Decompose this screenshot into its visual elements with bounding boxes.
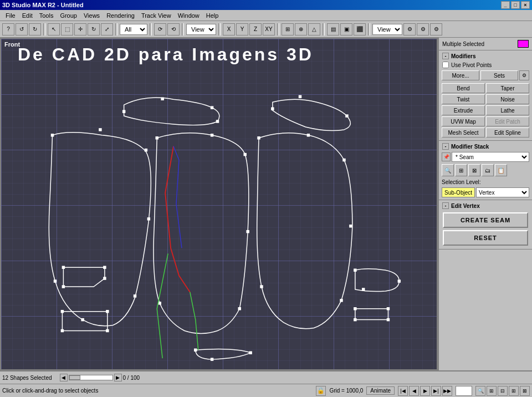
sub-object-button[interactable]: Sub-Object: [442, 187, 475, 197]
bend-button[interactable]: Bend: [442, 83, 485, 93]
toolbar-extra1[interactable]: ⚙: [403, 23, 416, 35]
play-btn[interactable]: ▶: [420, 386, 430, 396]
toolbar-region[interactable]: ⬚: [61, 23, 73, 35]
app-title: 3D Studio MAX R2 - Untitled: [2, 2, 84, 8]
sets-button[interactable]: Sets: [480, 70, 518, 80]
toolbar-open[interactable]: ↺: [16, 23, 28, 35]
coord-view-dropdown[interactable]: View: [372, 24, 402, 35]
animate-button[interactable]: Animate: [366, 386, 395, 395]
sub-tool-2[interactable]: ⊞: [455, 164, 467, 176]
taper-button[interactable]: Taper: [486, 83, 529, 93]
stack-row: 📌 * Seam: [440, 151, 531, 163]
search-btn[interactable]: 🔍: [475, 386, 485, 396]
object-color-swatch[interactable]: [518, 40, 529, 48]
bottom-bar: Click or click-and-drag to select object…: [0, 384, 532, 397]
viewport[interactable]: Front De CAD 2D para Imagens 3D: [0, 38, 438, 370]
stack-collapse-btn[interactable]: -: [442, 143, 449, 150]
menu-tools[interactable]: Tools: [36, 11, 57, 20]
mesh-select-button[interactable]: Mesh Select: [442, 128, 485, 138]
toolbar-render1[interactable]: ▤: [327, 23, 339, 35]
toolbar-snap3[interactable]: △: [308, 23, 320, 35]
create-seam-button[interactable]: CREATE SEAM: [443, 212, 528, 228]
scroll-right-btn[interactable]: ▶: [114, 374, 122, 381]
toolbar-sep1: [43, 23, 45, 35]
toolbar-snap1[interactable]: ⊞: [282, 23, 294, 35]
selection-level-label: Selection Level:: [442, 179, 481, 185]
menu-edit[interactable]: Edit: [19, 11, 36, 20]
menu-file[interactable]: File: [2, 11, 19, 20]
menu-track-view[interactable]: Track View: [138, 11, 175, 20]
toolbar-undo[interactable]: ⟳: [154, 23, 166, 35]
toolbar-move[interactable]: ✛: [74, 23, 86, 35]
goto-start-btn[interactable]: |◀: [398, 386, 408, 396]
modifiers-collapse-btn[interactable]: -: [442, 53, 449, 59]
lock-button[interactable]: 🔒: [316, 386, 326, 396]
sub-tool-4[interactable]: 🗂: [482, 164, 494, 176]
extra4-btn[interactable]: ⊠: [520, 386, 530, 396]
toolbar-xy[interactable]: XY: [263, 23, 275, 35]
reset-button[interactable]: RESET: [443, 230, 528, 246]
modifier-stack-dropdown[interactable]: * Seam: [452, 152, 529, 162]
prev-frame-btn[interactable]: ◀: [409, 386, 419, 396]
close-button[interactable]: ×: [521, 1, 530, 9]
toolbar-redo[interactable]: ⟲: [167, 23, 180, 35]
more-sets-row: More... Sets ⚙: [440, 69, 531, 82]
sub-tool-1[interactable]: 🔍: [442, 164, 454, 176]
modifiers-section: - Modifiers Use Pivot Points More... Set…: [439, 50, 532, 141]
menu-window[interactable]: Window: [175, 11, 203, 20]
extra3-btn[interactable]: ⊞: [509, 386, 519, 396]
use-pivot-points-checkbox[interactable]: [442, 62, 449, 68]
edit-spline-button[interactable]: Edit Spline: [486, 128, 529, 138]
goto-end-btn[interactable]: ▶▶: [442, 386, 452, 396]
sub-tool-5[interactable]: 📋: [495, 164, 507, 176]
toolbar-render3[interactable]: ⬛: [354, 23, 366, 35]
toolbar: ? ↺ ↻ ↖ ⬚ ✛ ↻ ⤢ All ⟳ ⟲ View X Y Z XY ⊞ …: [0, 21, 532, 38]
modifier-icon-btn[interactable]: ⚙: [519, 70, 529, 80]
maximize-button[interactable]: □: [511, 1, 520, 9]
toolbar-x[interactable]: X: [223, 23, 235, 35]
toolbar-sep8: [368, 23, 370, 35]
edit-patch-button[interactable]: Edit Patch: [486, 116, 529, 126]
vertex-dropdown[interactable]: Vertex: [476, 187, 529, 197]
object-color-row: Multiple Selected: [440, 39, 531, 49]
toolbar-snap2[interactable]: ⊕: [295, 23, 307, 35]
noise-button[interactable]: Noise: [486, 94, 529, 104]
toolbar-new[interactable]: ?: [2, 23, 14, 35]
toolbar-extra2[interactable]: ⚙: [417, 23, 429, 35]
toolbar-sep2: [115, 23, 117, 35]
uvw-map-button[interactable]: UVW Map: [442, 116, 485, 126]
toolbar-save[interactable]: ↻: [29, 23, 41, 35]
stack-pin-icon[interactable]: 📌: [442, 152, 451, 161]
lathe-button[interactable]: Lathe: [486, 105, 529, 115]
toolbar-extra3[interactable]: ⚙: [430, 23, 442, 35]
extra-controls: 🔍 ⊞ ⊟ ⊞ ⊠: [475, 386, 530, 396]
scroll-track[interactable]: [69, 375, 113, 380]
toolbar-render2[interactable]: ▣: [340, 23, 352, 35]
modifier-buttons-grid: Bend Taper Twist Noise Extrude Lathe UVW…: [440, 82, 531, 139]
edit-vertex-collapse-btn[interactable]: -: [442, 202, 449, 209]
frame-input[interactable]: 0: [456, 386, 472, 396]
extrude-button[interactable]: Extrude: [442, 105, 485, 115]
selection-level-container: Selection Level:: [440, 177, 531, 186]
toolbar-scale[interactable]: ⤢: [101, 23, 113, 35]
extra1-btn[interactable]: ⊞: [487, 386, 497, 396]
minimize-button[interactable]: _: [501, 1, 510, 9]
more-button[interactable]: More...: [442, 70, 479, 80]
view-dropdown[interactable]: View: [186, 24, 216, 35]
menu-help[interactable]: Help: [203, 11, 222, 20]
menu-views[interactable]: Views: [80, 11, 103, 20]
sub-tool-3[interactable]: ⊠: [468, 164, 480, 176]
menu-rendering[interactable]: Rendering: [103, 11, 138, 20]
menu-group[interactable]: Group: [57, 11, 80, 20]
toolbar-rotate[interactable]: ↻: [88, 23, 100, 35]
next-frame-btn[interactable]: ▶|: [431, 386, 441, 396]
scroll-left-btn[interactable]: ◀: [60, 374, 68, 381]
playback-controls: |◀ ◀ ▶ ▶| ▶▶: [398, 386, 452, 396]
toolbar-select[interactable]: ↖: [48, 23, 60, 35]
toolbar-z[interactable]: Z: [249, 23, 262, 35]
stack-title-row: - Modifier Stack: [440, 142, 531, 151]
selection-filter-dropdown[interactable]: All: [120, 24, 147, 35]
extra2-btn[interactable]: ⊟: [498, 386, 508, 396]
twist-button[interactable]: Twist: [442, 94, 485, 104]
toolbar-y[interactable]: Y: [236, 23, 248, 35]
